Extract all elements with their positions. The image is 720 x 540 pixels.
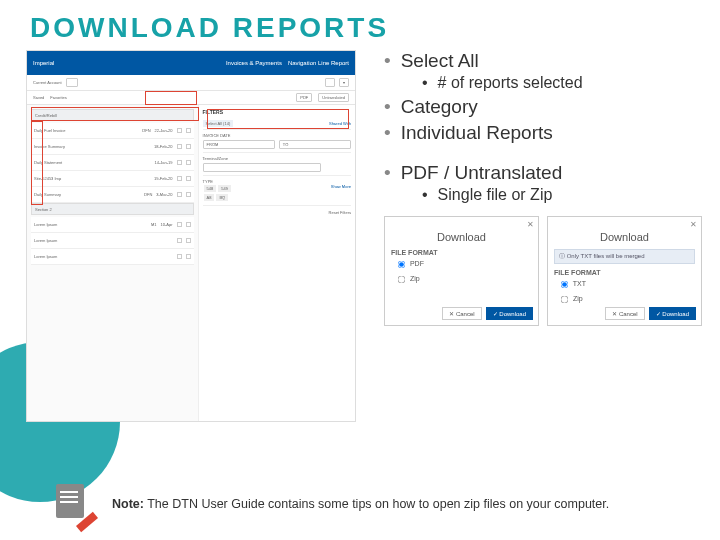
bullet-list: Select All # of reports selected Categor… (356, 50, 702, 422)
radio-option[interactable]: Zip (395, 273, 532, 286)
report-list: Credit/Rebill Daily Fuel InvoiceDFN22-Ja… (27, 105, 198, 421)
breadcrumb: Current Account (33, 80, 62, 85)
report-row: Daily SummaryDFN3-Mar-20 (31, 187, 194, 203)
select-all-pill: Select All (14) (203, 120, 234, 127)
category-header: Credit/Rebill (31, 109, 194, 121)
tab: Saved (33, 95, 44, 100)
popup-examples: ✕ Download FILE FORMAT PDF Zip ✕ Cancel … (384, 216, 702, 326)
pdf-chip: PDF (296, 93, 312, 102)
nav-link: Invoices & Payments (226, 60, 282, 66)
ss-topbar: Imperial Invoices & Payments Navigation … (27, 51, 355, 75)
ss-tab-bar: Saved Favorites PDF Untranslated (27, 91, 355, 105)
section-label: FILE FORMAT (554, 269, 695, 276)
popup-title: Download (391, 231, 532, 243)
popup-title: Download (554, 231, 695, 243)
reset-link: Reset Filters (329, 210, 351, 215)
close-icon[interactable]: ✕ (527, 220, 534, 229)
report-row: Daily Fuel InvoiceDFN22-Jan-20 (31, 123, 194, 139)
sub-bullet: Single file or Zip (438, 186, 553, 203)
section-label: FILE FORMAT (391, 249, 532, 256)
terminal-field (203, 163, 322, 172)
bullet: PDF / Untranslated (401, 162, 563, 183)
radio-option[interactable]: TXT (558, 278, 695, 291)
filters-panel: FILTERS Select All (14) Shared With INVO… (198, 105, 355, 421)
to-field: TO (279, 140, 351, 149)
footer-note: Note: The DTN User Guide contains some t… (56, 484, 680, 524)
filter-chip: ▾ (339, 78, 349, 87)
date-chip (325, 78, 335, 87)
download-popup-txt: ✕ Download ⓘ Only TXT files will be merg… (547, 216, 702, 326)
filters-heading: FILTERS (203, 109, 351, 115)
brand-logo: Imperial (33, 60, 54, 66)
report-row: Site-52453 Imp19-Feb-20 (31, 171, 194, 187)
cancel-button[interactable]: ✕ Cancel (605, 307, 644, 320)
radio-option[interactable]: Zip (558, 293, 695, 306)
close-icon[interactable]: ✕ (690, 220, 697, 229)
nav-link: Navigation Line Report (288, 60, 349, 66)
report-row: Daily Statement14-Jan-19 (31, 155, 194, 171)
ss-crumb-bar: Current Account ▾ (27, 75, 355, 91)
sub-bullet: # of reports selected (438, 74, 583, 91)
filter-label: Terminal/Zone (203, 156, 351, 161)
note-icon (56, 484, 96, 524)
app-screenshot: Imperial Invoices & Payments Navigation … (26, 50, 356, 422)
report-row: Invoice Summary18-Feb-20 (31, 139, 194, 155)
download-button[interactable]: ✓ Download (486, 307, 533, 320)
content-area: Imperial Invoices & Payments Navigation … (0, 50, 720, 422)
bullet: Individual Reports (401, 122, 553, 143)
bullet: Category (401, 96, 478, 117)
bullet: Select All (401, 50, 479, 71)
report-row: Lorem Ipsum (31, 249, 194, 265)
radio-option[interactable]: PDF (395, 258, 532, 271)
tab: Favorites (50, 95, 66, 100)
from-field: FROM (203, 140, 275, 149)
untranslated-chip: Untranslated (318, 93, 349, 102)
page-title: DOWNLOAD REPORTS (0, 0, 720, 50)
info-message: ⓘ Only TXT files will be merged (554, 249, 695, 264)
account-chip (66, 78, 78, 87)
filter-label: INVOICE DATE (203, 133, 351, 138)
cancel-button[interactable]: ✕ Cancel (442, 307, 481, 320)
download-button[interactable]: ✓ Download (649, 307, 696, 320)
category-header: Section 2 (31, 203, 194, 215)
report-row: Lorem Ipsum (31, 233, 194, 249)
report-row: Lorem IpsumM110-Apr (31, 217, 194, 233)
download-popup-pdf: ✕ Download FILE FORMAT PDF Zip ✕ Cancel … (384, 216, 539, 326)
shared-with-link: Shared With (329, 121, 351, 126)
note-text: Note: The DTN User Guide contains some t… (112, 496, 609, 512)
